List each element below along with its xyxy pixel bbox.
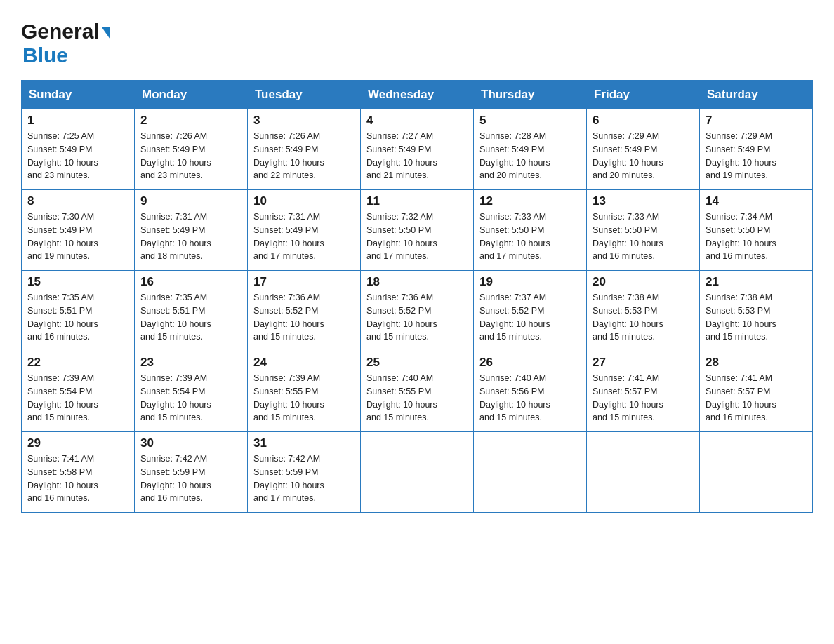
day-info: Sunrise: 7:31 AMSunset: 5:49 PMDaylight:… — [140, 210, 241, 263]
day-info: Sunrise: 7:41 AMSunset: 5:57 PMDaylight:… — [593, 372, 694, 424]
calendar-cell: 29Sunrise: 7:41 AMSunset: 5:58 PMDayligh… — [22, 432, 135, 513]
day-number: 17 — [253, 275, 355, 289]
day-info: Sunrise: 7:33 AMSunset: 5:50 PMDaylight:… — [479, 210, 581, 263]
weekday-header-wednesday: Wednesday — [361, 81, 474, 109]
calendar-cell: 2Sunrise: 7:26 AMSunset: 5:49 PMDaylight… — [135, 109, 248, 190]
day-info: Sunrise: 7:26 AMSunset: 5:49 PMDaylight:… — [140, 130, 241, 182]
day-info: Sunrise: 7:26 AMSunset: 5:49 PMDaylight:… — [253, 130, 355, 182]
week-row-1: 1Sunrise: 7:25 AMSunset: 5:49 PMDaylight… — [22, 109, 813, 190]
day-number: 19 — [479, 275, 581, 289]
weekday-header-row: SundayMondayTuesdayWednesdayThursdayFrid… — [22, 81, 813, 109]
day-info: Sunrise: 7:34 AMSunset: 5:50 PMDaylight:… — [706, 210, 807, 263]
calendar-cell: 19Sunrise: 7:37 AMSunset: 5:52 PMDayligh… — [474, 271, 587, 351]
calendar-cell — [700, 432, 813, 513]
calendar-cell: 12Sunrise: 7:33 AMSunset: 5:50 PMDayligh… — [474, 190, 587, 271]
calendar-cell: 18Sunrise: 7:36 AMSunset: 5:52 PMDayligh… — [361, 271, 474, 351]
day-number: 27 — [593, 356, 694, 370]
day-number: 3 — [253, 114, 355, 128]
day-number: 2 — [140, 114, 241, 128]
day-info: Sunrise: 7:31 AMSunset: 5:49 PMDaylight:… — [253, 210, 355, 263]
day-info: Sunrise: 7:41 AMSunset: 5:57 PMDaylight:… — [706, 372, 807, 424]
calendar-cell: 7Sunrise: 7:29 AMSunset: 5:49 PMDaylight… — [700, 109, 813, 190]
day-info: Sunrise: 7:39 AMSunset: 5:55 PMDaylight:… — [253, 372, 355, 424]
calendar-cell: 9Sunrise: 7:31 AMSunset: 5:49 PMDaylight… — [135, 190, 248, 271]
day-number: 28 — [706, 356, 807, 370]
day-number: 16 — [140, 275, 241, 289]
weekday-header-sunday: Sunday — [22, 81, 135, 109]
weekday-header-thursday: Thursday — [474, 81, 587, 109]
week-row-4: 22Sunrise: 7:39 AMSunset: 5:54 PMDayligh… — [22, 351, 813, 432]
weekday-header-monday: Monday — [135, 81, 248, 109]
day-info: Sunrise: 7:38 AMSunset: 5:53 PMDaylight:… — [593, 291, 694, 344]
day-number: 13 — [593, 194, 694, 208]
calendar-cell: 25Sunrise: 7:40 AMSunset: 5:55 PMDayligh… — [361, 351, 474, 432]
day-info: Sunrise: 7:42 AMSunset: 5:59 PMDaylight:… — [140, 452, 241, 505]
day-info: Sunrise: 7:35 AMSunset: 5:51 PMDaylight:… — [27, 291, 128, 344]
day-number: 23 — [140, 356, 241, 370]
day-number: 11 — [366, 194, 468, 208]
day-number: 9 — [140, 194, 241, 208]
day-number: 15 — [27, 275, 128, 289]
calendar-cell: 31Sunrise: 7:42 AMSunset: 5:59 PMDayligh… — [248, 432, 361, 513]
calendar-cell: 1Sunrise: 7:25 AMSunset: 5:49 PMDaylight… — [22, 109, 135, 190]
day-number: 26 — [479, 356, 581, 370]
calendar-cell: 27Sunrise: 7:41 AMSunset: 5:57 PMDayligh… — [587, 351, 700, 432]
calendar-cell: 6Sunrise: 7:29 AMSunset: 5:49 PMDaylight… — [587, 109, 700, 190]
weekday-header-tuesday: Tuesday — [248, 81, 361, 109]
weekday-header-saturday: Saturday — [700, 81, 813, 109]
day-info: Sunrise: 7:39 AMSunset: 5:54 PMDaylight:… — [140, 372, 241, 424]
day-number: 7 — [706, 114, 807, 128]
day-info: Sunrise: 7:33 AMSunset: 5:50 PMDaylight:… — [593, 210, 694, 263]
day-info: Sunrise: 7:42 AMSunset: 5:59 PMDaylight:… — [253, 452, 355, 505]
day-number: 29 — [27, 436, 128, 450]
calendar-cell: 13Sunrise: 7:33 AMSunset: 5:50 PMDayligh… — [587, 190, 700, 271]
calendar-cell: 5Sunrise: 7:28 AMSunset: 5:49 PMDaylight… — [474, 109, 587, 190]
calendar-cell: 14Sunrise: 7:34 AMSunset: 5:50 PMDayligh… — [700, 190, 813, 271]
day-number: 22 — [27, 356, 128, 370]
day-number: 1 — [27, 114, 128, 128]
day-info: Sunrise: 7:36 AMSunset: 5:52 PMDaylight:… — [366, 291, 468, 344]
day-info: Sunrise: 7:27 AMSunset: 5:49 PMDaylight:… — [366, 130, 468, 182]
day-info: Sunrise: 7:37 AMSunset: 5:52 PMDaylight:… — [479, 291, 581, 344]
day-number: 6 — [593, 114, 694, 128]
calendar-cell: 23Sunrise: 7:39 AMSunset: 5:54 PMDayligh… — [135, 351, 248, 432]
day-info: Sunrise: 7:29 AMSunset: 5:49 PMDaylight:… — [593, 130, 694, 182]
day-info: Sunrise: 7:30 AMSunset: 5:49 PMDaylight:… — [27, 210, 128, 263]
calendar-cell: 30Sunrise: 7:42 AMSunset: 5:59 PMDayligh… — [135, 432, 248, 513]
day-info: Sunrise: 7:35 AMSunset: 5:51 PMDaylight:… — [140, 291, 241, 344]
calendar-cell: 22Sunrise: 7:39 AMSunset: 5:54 PMDayligh… — [22, 351, 135, 432]
calendar-cell: 3Sunrise: 7:26 AMSunset: 5:49 PMDaylight… — [248, 109, 361, 190]
calendar-cell — [587, 432, 700, 513]
calendar-cell: 10Sunrise: 7:31 AMSunset: 5:49 PMDayligh… — [248, 190, 361, 271]
logo-blue: Blue — [22, 43, 68, 67]
logo-general: General — [21, 20, 100, 43]
day-number: 14 — [706, 194, 807, 208]
day-number: 25 — [366, 356, 468, 370]
calendar-cell: 4Sunrise: 7:27 AMSunset: 5:49 PMDaylight… — [361, 109, 474, 190]
calendar-cell: 21Sunrise: 7:38 AMSunset: 5:53 PMDayligh… — [700, 271, 813, 351]
day-number: 31 — [253, 436, 355, 450]
day-number: 10 — [253, 194, 355, 208]
weekday-header-friday: Friday — [587, 81, 700, 109]
day-info: Sunrise: 7:41 AMSunset: 5:58 PMDaylight:… — [27, 452, 128, 505]
calendar-cell: 17Sunrise: 7:36 AMSunset: 5:52 PMDayligh… — [248, 271, 361, 351]
day-info: Sunrise: 7:32 AMSunset: 5:50 PMDaylight:… — [366, 210, 468, 263]
day-number: 18 — [366, 275, 468, 289]
calendar-cell: 26Sunrise: 7:40 AMSunset: 5:56 PMDayligh… — [474, 351, 587, 432]
day-info: Sunrise: 7:38 AMSunset: 5:53 PMDaylight:… — [706, 291, 807, 344]
day-number: 20 — [593, 275, 694, 289]
week-row-2: 8Sunrise: 7:30 AMSunset: 5:49 PMDaylight… — [22, 190, 813, 271]
day-info: Sunrise: 7:36 AMSunset: 5:52 PMDaylight:… — [253, 291, 355, 344]
day-info: Sunrise: 7:40 AMSunset: 5:56 PMDaylight:… — [479, 372, 581, 424]
day-number: 21 — [706, 275, 807, 289]
day-number: 4 — [366, 114, 468, 128]
logo: General Blue — [21, 14, 110, 67]
day-info: Sunrise: 7:40 AMSunset: 5:55 PMDaylight:… — [366, 372, 468, 424]
day-number: 12 — [479, 194, 581, 208]
page-header: General Blue — [21, 14, 813, 67]
calendar-cell — [361, 432, 474, 513]
day-number: 24 — [253, 356, 355, 370]
day-number: 5 — [479, 114, 581, 128]
calendar-cell: 20Sunrise: 7:38 AMSunset: 5:53 PMDayligh… — [587, 271, 700, 351]
logo-arrow-icon — [102, 27, 110, 39]
